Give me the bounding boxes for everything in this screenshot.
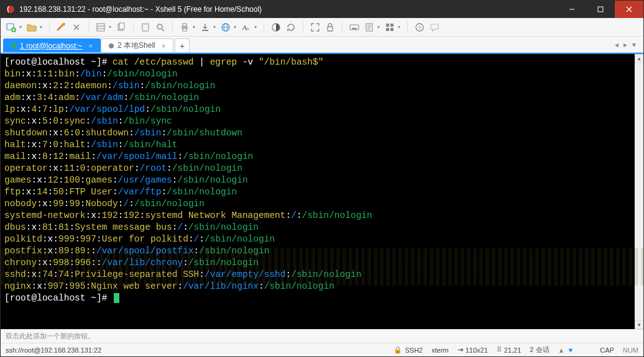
status-num: NUM: [623, 346, 638, 354]
script-button[interactable]: [362, 20, 376, 34]
tab-label: 2 本地Shell: [117, 40, 155, 51]
refresh-button[interactable]: [284, 20, 298, 34]
paste-button[interactable]: [139, 20, 152, 34]
terminal[interactable]: [root@localhost ~]# cat /etc/passwd | eg…: [1, 54, 635, 329]
close-button[interactable]: [615, 1, 643, 18]
dropdown-icon[interactable]: ▾: [252, 24, 259, 30]
window-title: 192.168.238.131:22 - root@localhost:~ - …: [19, 5, 558, 14]
svg-rect-41: [390, 28, 393, 31]
tab-label: 1 root@localhost:~: [20, 42, 83, 50]
svg-line-15: [162, 29, 164, 31]
arrow-up-icon: ▲: [558, 346, 565, 354]
statusbar: ssh://root@192.168.238.131:22 🔒SSH2 xter…: [1, 343, 643, 356]
find-button[interactable]: [154, 20, 167, 34]
chevron-down-icon[interactable]: ▾: [632, 40, 636, 49]
app-window: 192.168.238.131:22 - root@localhost:~ - …: [0, 0, 644, 357]
lock-button[interactable]: [323, 20, 337, 34]
scroll-down-icon[interactable]: ▾: [635, 320, 643, 329]
tabbar: 1 root@localhost:~ × 2 本地Shell × + ◂ ▸ ▾: [1, 37, 643, 53]
dropdown-icon[interactable]: ▾: [107, 24, 113, 30]
svg-rect-13: [144, 23, 147, 25]
copy-button[interactable]: [114, 20, 128, 34]
app-icon: [6, 4, 16, 14]
status-protocol: SSH2: [405, 346, 423, 354]
chevron-left-icon[interactable]: ◂: [615, 40, 619, 49]
svg-point-14: [157, 24, 162, 29]
scrollbar[interactable]: ▴ ▾: [635, 54, 643, 329]
status-dot-icon: [109, 43, 114, 48]
status-sessions: 2 会话: [530, 345, 549, 355]
properties-button[interactable]: [94, 20, 108, 34]
status-position: 21,21: [504, 346, 522, 354]
status-dot-icon: [11, 43, 16, 48]
svg-rect-19: [202, 30, 208, 31]
status-uri: ssh://root@192.168.238.131:22: [6, 346, 101, 354]
window-buttons: [558, 1, 643, 18]
lock-icon: 🔒: [393, 346, 402, 354]
tab-add-button[interactable]: +: [175, 38, 190, 52]
dropdown-icon[interactable]: ▾: [375, 24, 382, 30]
chevron-right-icon[interactable]: ▸: [623, 40, 627, 49]
svg-rect-38: [386, 24, 389, 27]
svg-rect-2: [598, 7, 603, 12]
svg-rect-26: [328, 27, 333, 31]
position-icon: ⠿: [497, 346, 502, 354]
tab-session-1[interactable]: 1 root@localhost:~ ×: [3, 38, 101, 52]
svg-rect-7: [97, 24, 104, 31]
transfer-button[interactable]: [198, 20, 212, 34]
tab-close-icon[interactable]: ×: [89, 42, 93, 50]
dropdown-icon[interactable]: ▾: [191, 24, 197, 30]
layout-button[interactable]: [383, 20, 397, 34]
disconnect-button[interactable]: [70, 20, 83, 34]
dropdown-icon[interactable]: ▾: [17, 24, 24, 30]
custom-button-bar[interactable]: 双击此处添加一个新的按钮。: [1, 329, 643, 343]
maximize-button[interactable]: [586, 1, 615, 18]
feedback-button[interactable]: [428, 20, 441, 34]
svg-rect-40: [386, 28, 389, 31]
scroll-up-icon[interactable]: ▴: [635, 54, 643, 63]
new-session-button[interactable]: [4, 20, 18, 34]
help-button[interactable]: ?: [413, 20, 426, 34]
tab-session-2[interactable]: 2 本地Shell ×: [101, 38, 173, 52]
dropdown-icon[interactable]: ▾: [211, 24, 218, 30]
columns-icon: ⇥: [458, 346, 463, 354]
dropdown-icon[interactable]: ▾: [38, 24, 44, 30]
titlebar: 192.168.238.131:22 - root@localhost:~ - …: [1, 1, 643, 18]
keyboard-button[interactable]: [347, 20, 361, 34]
terminal-area: [root@localhost ~]# cat /etc/passwd | eg…: [1, 53, 643, 329]
tab-close-icon[interactable]: ×: [162, 42, 165, 50]
print-button[interactable]: [178, 20, 191, 34]
arrow-down-icon: ▼: [567, 346, 574, 354]
tab-nav: ◂ ▸ ▾: [610, 37, 641, 52]
custom-bar-hint: 双击此处添加一个新的按钮。: [6, 332, 94, 341]
color-scheme-button[interactable]: [269, 20, 283, 34]
font-button[interactable]: Aa: [239, 20, 253, 34]
fullscreen-button[interactable]: [308, 20, 322, 34]
minimize-button[interactable]: [558, 1, 586, 18]
svg-rect-11: [119, 23, 124, 29]
toolbar: ▾ ▾ ▾ ▾ ▾ ▾ Aa ▾: [1, 18, 643, 37]
svg-text:?: ?: [418, 25, 421, 31]
globe-button[interactable]: [219, 20, 232, 34]
svg-rect-18: [183, 29, 186, 31]
svg-rect-17: [183, 24, 186, 26]
reconnect-button[interactable]: [55, 20, 68, 34]
open-session-button[interactable]: [25, 20, 39, 34]
dropdown-icon[interactable]: ▾: [396, 24, 402, 30]
svg-rect-39: [390, 24, 393, 27]
dropdown-icon[interactable]: ▾: [232, 24, 238, 30]
status-size: 110x21: [466, 346, 488, 354]
status-cap: CAP: [600, 346, 614, 354]
svg-text:a: a: [246, 26, 249, 32]
status-term: xterm: [431, 346, 449, 354]
